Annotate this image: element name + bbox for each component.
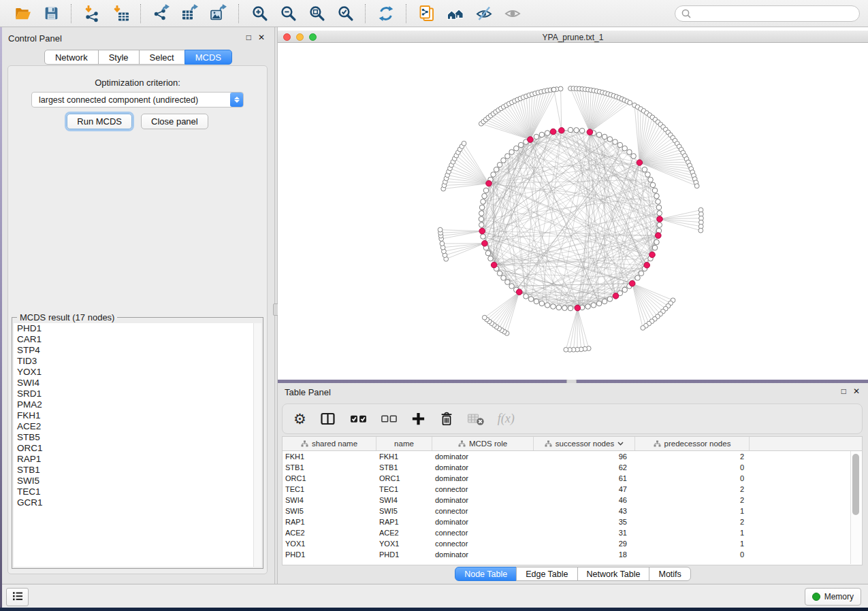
cell[interactable]: 96 (534, 452, 635, 461)
cell[interactable]: ORC1 (376, 474, 432, 482)
mcds-result-item[interactable]: RAP1 (14, 454, 261, 465)
cell[interactable]: YOX1 (283, 540, 376, 548)
table-row-RAP1[interactable]: RAP1RAP1dominator352 (283, 516, 862, 527)
cell[interactable]: RAP1 (376, 518, 432, 526)
window-close-traffic-light[interactable] (283, 33, 291, 41)
split-columns-icon[interactable] (318, 409, 338, 429)
cell[interactable]: TEC1 (376, 485, 432, 493)
cell[interactable]: FKH1 (283, 452, 376, 461)
mcds-result-item[interactable]: PMA2 (14, 399, 261, 410)
close-panel-button[interactable]: Close panel (141, 114, 208, 129)
cell[interactable]: dominator (432, 452, 534, 461)
cell[interactable]: 29 (534, 540, 635, 548)
tab-select[interactable]: Select (139, 50, 185, 65)
cell[interactable]: STB1 (376, 463, 432, 472)
table-row-ACE2[interactable]: ACE2ACE2connector311 (283, 527, 862, 538)
cell[interactable]: 31 (534, 529, 635, 537)
cell[interactable]: 61 (534, 474, 635, 482)
memory-button[interactable]: Memory (805, 588, 861, 606)
table-scrollbar-thumb[interactable] (852, 454, 859, 515)
cell[interactable]: ACE2 (283, 529, 376, 537)
cell[interactable]: 0 (635, 474, 750, 482)
tab-network[interactable]: Network (44, 50, 99, 65)
mcds-result-item[interactable]: TEC1 (14, 486, 261, 497)
cell[interactable]: connector (432, 507, 534, 515)
cell[interactable]: connector (432, 529, 534, 537)
network-canvas[interactable] (278, 43, 868, 380)
zoom-fit-icon[interactable] (306, 3, 327, 24)
column-header-MCDS-role[interactable]: MCDS role (432, 437, 534, 450)
column-header-predecessor-nodes[interactable]: predecessor nodes (635, 437, 750, 450)
mcds-result-item[interactable]: PHD1 (14, 323, 261, 334)
cell[interactable]: dominator (432, 550, 534, 559)
cell[interactable]: dominator (432, 463, 534, 472)
cell[interactable]: 47 (534, 485, 635, 493)
refresh-layout-icon[interactable] (376, 3, 396, 24)
zoom-in-icon[interactable] (249, 3, 270, 24)
open-file-icon[interactable] (12, 3, 33, 24)
cell[interactable]: 0 (635, 463, 750, 472)
export-image-icon[interactable] (208, 3, 229, 24)
mcds-result-item[interactable]: STP4 (14, 345, 261, 356)
cell[interactable]: SWI4 (376, 496, 432, 504)
share-document-icon[interactable] (417, 3, 437, 24)
cell[interactable]: connector (432, 485, 534, 493)
cell[interactable]: 0 (635, 550, 750, 559)
export-network-icon[interactable] (151, 3, 172, 24)
cell[interactable]: SWI5 (283, 507, 376, 515)
cell[interactable]: dominator (432, 474, 534, 482)
mcds-result-item[interactable]: YOX1 (14, 367, 261, 378)
cell[interactable]: 2 (635, 452, 750, 461)
task-history-button[interactable] (6, 588, 29, 606)
column-header-name[interactable]: name (376, 437, 432, 450)
delete-columns-icon[interactable] (438, 409, 455, 429)
run-mcds-button[interactable]: Run MCDS (67, 114, 132, 129)
optimization-criterion-select[interactable]: largest connected component (undirected) (31, 92, 244, 108)
column-header-shared-name[interactable]: shared name (283, 437, 376, 450)
table-settings-gear-icon[interactable]: ⚙ (292, 409, 308, 429)
mcds-result-item[interactable]: ACE2 (14, 421, 261, 432)
table-row-SWI5[interactable]: SWI5SWI5connector431 (283, 506, 862, 516)
cell[interactable]: dominator (432, 518, 534, 526)
cell[interactable]: 1 (635, 529, 750, 537)
mcds-result-item[interactable]: SWI4 (14, 378, 261, 389)
cell[interactable]: 1 (635, 507, 750, 515)
float-table-panel-icon[interactable]: □ (841, 387, 846, 395)
import-table-icon[interactable] (110, 3, 131, 24)
mcds-result-item[interactable]: CAR1 (14, 334, 261, 345)
table-row-ORC1[interactable]: ORC1ORC1dominator610 (283, 473, 862, 484)
cell[interactable]: YOX1 (376, 540, 432, 548)
window-zoom-traffic-light[interactable] (309, 33, 317, 41)
mcds-result-item[interactable]: SWI5 (14, 476, 261, 486)
mcds-result-item[interactable]: STB5 (14, 432, 261, 443)
cell[interactable]: FKH1 (376, 452, 432, 461)
tab-network-table[interactable]: Network Table (577, 567, 650, 581)
cell[interactable]: dominator (432, 496, 534, 504)
mcds-result-item[interactable]: TID3 (14, 356, 261, 367)
mcds-result-item[interactable]: ORC1 (14, 443, 261, 454)
table-row-SWI4[interactable]: SWI4SWI4dominator462 (283, 495, 862, 506)
zoom-selected-icon[interactable] (335, 3, 355, 24)
float-panel-icon[interactable]: □ (246, 33, 251, 42)
select-all-rows-icon[interactable] (348, 409, 369, 429)
mcds-result-item[interactable]: STB1 (14, 465, 261, 476)
window-minimize-traffic-light[interactable] (296, 33, 304, 41)
tab-edge-table[interactable]: Edge Table (516, 567, 577, 581)
mcds-result-item[interactable]: SRD1 (14, 389, 261, 399)
cell[interactable]: 18 (534, 550, 635, 559)
search-input[interactable] (695, 8, 854, 19)
table-scrollbar[interactable] (850, 451, 861, 564)
cell[interactable]: connector (432, 540, 534, 548)
cell[interactable]: STB1 (283, 463, 376, 472)
cell[interactable]: SWI4 (283, 496, 376, 504)
cell[interactable]: 2 (635, 496, 750, 504)
cell[interactable]: 62 (534, 463, 635, 472)
cell[interactable]: ORC1 (283, 474, 376, 482)
save-session-icon[interactable] (41, 3, 61, 24)
cell[interactable]: 43 (534, 507, 635, 515)
column-header-successor-nodes[interactable]: successor nodes (534, 437, 635, 450)
list-scrollbar[interactable] (253, 323, 261, 567)
zoom-out-icon[interactable] (278, 3, 298, 24)
import-network-icon[interactable] (82, 3, 102, 24)
tab-motifs[interactable]: Motifs (649, 567, 690, 581)
